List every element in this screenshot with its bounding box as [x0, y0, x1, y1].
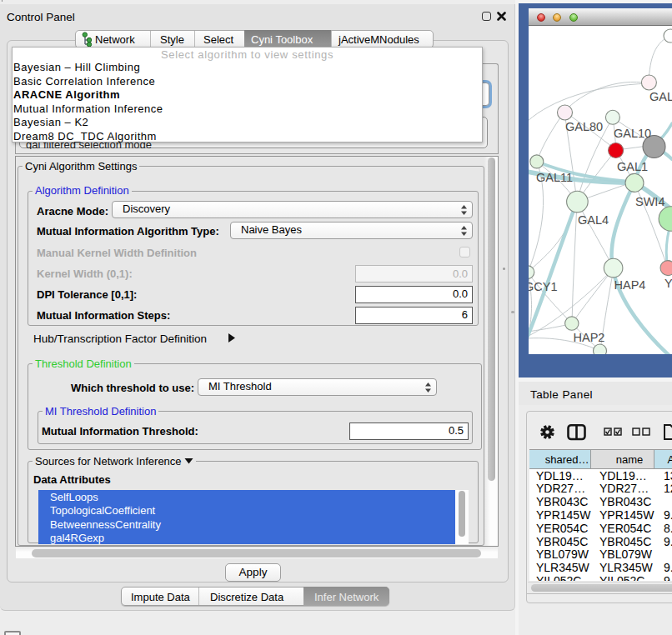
svg-text:HAP4: HAP4 [614, 278, 646, 292]
svg-text:GAL80: GAL80 [565, 120, 603, 133]
svg-text:SWI4: SWI4 [635, 195, 664, 208]
svg-text:GCY1: GCY1 [529, 280, 558, 293]
svg-text:GAL11: GAL11 [536, 171, 573, 184]
svg-text:GAL7: GAL7 [649, 90, 672, 103]
svg-text:HAP2: HAP2 [574, 331, 605, 344]
svg-text:YD: YD [664, 277, 672, 290]
svg-text:GAL4: GAL4 [578, 213, 609, 227]
svg-text:GAL1: GAL1 [617, 160, 648, 173]
svg-text:GAL10: GAL10 [614, 127, 651, 140]
